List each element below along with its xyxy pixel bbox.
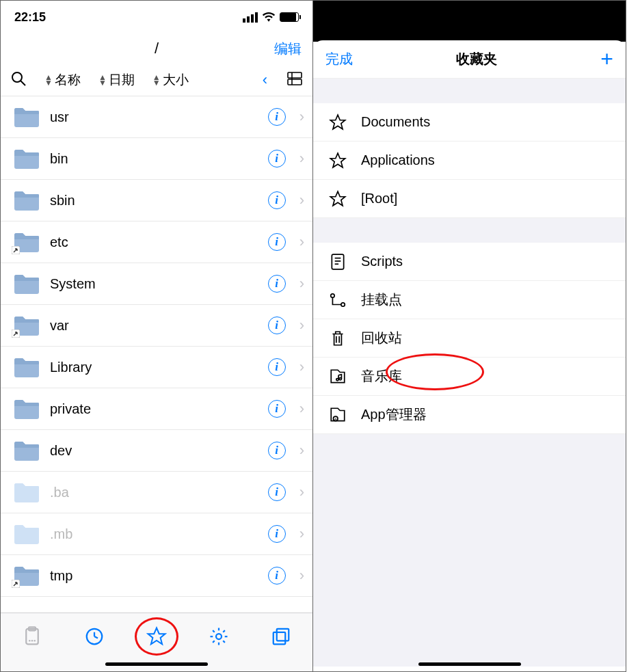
clipboard-button[interactable] — [18, 623, 46, 650]
favorite-row[interactable]: Applications — [313, 142, 626, 180]
list-view-icon — [286, 70, 303, 87]
file-list[interactable]: usri›bini›sbini›etci›Systemi›vari›Librar… — [1, 96, 312, 597]
clipboard-icon — [22, 626, 42, 647]
done-button[interactable]: 完成 — [325, 50, 353, 68]
file-row[interactable]: .bai› — [1, 472, 312, 513]
svg-rect-2 — [288, 72, 302, 78]
windows-button[interactable] — [267, 623, 295, 650]
file-name: bin — [50, 151, 258, 167]
folder-icon — [13, 440, 40, 461]
edit-button[interactable]: 编辑 — [274, 40, 302, 58]
file-row[interactable]: sbini› — [1, 180, 312, 221]
chevron-right-icon: › — [295, 191, 304, 209]
search-button[interactable] — [10, 70, 27, 90]
battery-icon — [280, 12, 299, 22]
info-button[interactable]: i — [268, 483, 286, 501]
file-name: private — [50, 401, 258, 417]
folder-icon — [13, 314, 40, 336]
sheet-backdrop-top — [313, 1, 626, 42]
file-row[interactable]: privatei› — [1, 388, 312, 430]
section-gap — [313, 79, 626, 103]
view-mode-button[interactable] — [286, 70, 303, 90]
add-button[interactable]: + — [600, 46, 613, 72]
gear-icon — [209, 626, 229, 647]
info-button[interactable]: i — [268, 358, 286, 376]
recent-button[interactable] — [81, 623, 108, 650]
chevron-right-icon: › — [295, 275, 304, 293]
trash-icon — [328, 329, 347, 348]
info-button[interactable]: i — [268, 317, 286, 334]
info-button[interactable]: i — [268, 108, 286, 126]
svg-line-1 — [21, 81, 25, 85]
file-row[interactable]: vari› — [1, 305, 312, 347]
favorite-row[interactable]: Scripts — [313, 243, 626, 281]
favorite-row[interactable]: [Root] — [313, 180, 626, 218]
file-row[interactable]: usri› — [1, 96, 312, 138]
chevron-right-icon: › — [295, 483, 304, 501]
favorite-label: 挂载点 — [361, 291, 402, 309]
search-icon — [10, 70, 27, 87]
info-button[interactable]: i — [268, 150, 286, 167]
favorite-row[interactable]: Documents — [313, 103, 626, 142]
settings-button[interactable] — [205, 623, 232, 650]
info-button[interactable]: i — [268, 442, 286, 459]
info-button[interactable]: i — [268, 525, 286, 543]
info-button[interactable]: i — [268, 275, 286, 293]
chevron-right-icon: › — [295, 442, 304, 459]
svg-point-24 — [341, 302, 345, 306]
info-button[interactable]: i — [268, 400, 286, 418]
chevron-right-icon: › — [295, 317, 304, 334]
favorite-row[interactable]: AApp管理器 — [313, 396, 626, 434]
chevron-right-icon: › — [295, 150, 304, 167]
empty-area — [313, 434, 626, 667]
file-row[interactable]: Systemi› — [1, 263, 312, 305]
sort-back-button[interactable]: ‹ — [263, 71, 269, 89]
info-button[interactable]: i — [268, 233, 286, 251]
favorites-button[interactable] — [143, 623, 170, 650]
file-row[interactable]: etci› — [1, 221, 312, 263]
home-indicator[interactable] — [418, 662, 521, 666]
status-time: 22:15 — [14, 10, 243, 25]
svg-point-0 — [12, 72, 22, 82]
svg-point-10 — [29, 640, 31, 642]
mount-icon — [328, 291, 347, 310]
star-icon — [328, 113, 347, 132]
file-row[interactable]: .mbi› — [1, 513, 312, 555]
folder-icon — [13, 356, 40, 378]
cellular-icon — [243, 12, 258, 23]
favorite-row[interactable]: 回收站 — [313, 319, 626, 358]
svg-point-12 — [34, 640, 36, 642]
home-indicator[interactable] — [105, 662, 208, 666]
sort-date-button[interactable]: ▲▼日期 — [98, 71, 135, 89]
favorite-row[interactable]: 挂载点 — [313, 281, 626, 319]
file-row[interactable]: Libraryi› — [1, 347, 312, 388]
svg-line-15 — [94, 636, 98, 639]
file-row[interactable]: tmpi› — [1, 555, 312, 597]
sort-name-button[interactable]: ▲▼名称 — [44, 71, 81, 89]
bottom-toolbar — [1, 613, 312, 671]
file-name: Library — [50, 360, 258, 375]
windows-icon — [271, 626, 291, 647]
star-icon — [328, 151, 347, 170]
favorite-label: Applications — [361, 152, 435, 168]
folder-icon — [13, 189, 40, 211]
file-name: var — [50, 318, 258, 334]
favorite-label: Scripts — [361, 254, 403, 269]
right-phone-screen: 完成 收藏夹 + DocumentsApplications[Root] Scr… — [313, 0, 626, 672]
file-row[interactable]: bini› — [1, 138, 312, 180]
favorite-label: 回收站 — [361, 329, 402, 347]
folder-icon — [13, 106, 40, 128]
file-name: .ba — [50, 485, 258, 500]
info-button[interactable]: i — [268, 191, 286, 209]
sheet-navbar: 完成 收藏夹 + — [313, 40, 626, 79]
file-row[interactable]: devi› — [1, 430, 312, 472]
folder-icon — [13, 523, 40, 545]
sort-date-label: 日期 — [109, 71, 135, 89]
info-button[interactable]: i — [268, 567, 286, 584]
sort-size-button[interactable]: ▲▼大小 — [152, 71, 189, 89]
sort-bar: ▲▼名称 ▲▼日期 ▲▼大小 ‹ — [1, 64, 312, 96]
svg-rect-18 — [277, 629, 289, 641]
favorites-group-2: Scripts挂载点回收站音乐库AApp管理器 — [313, 243, 626, 434]
sort-size-label: 大小 — [163, 71, 189, 89]
favorite-label: App管理器 — [361, 405, 427, 424]
